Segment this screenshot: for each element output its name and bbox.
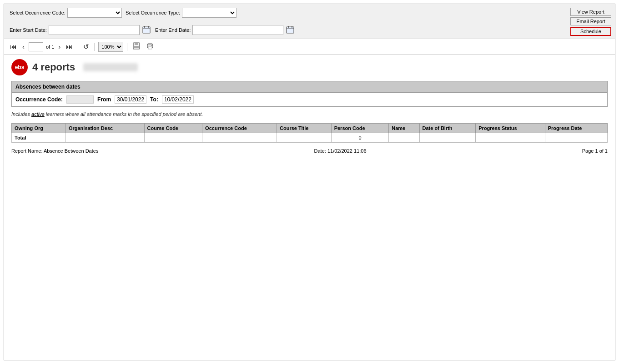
toolbar: ⏮ ‹ 1 of 1 › ⏭ ↺ 50% 75% 100% 125% 150% … <box>4 39 615 55</box>
schedule-button[interactable]: Schedule <box>570 27 611 36</box>
col-name: Name <box>389 124 419 133</box>
col-occurrence-code: Occurrence Code <box>202 124 277 133</box>
end-date-calendar-icon[interactable] <box>285 25 295 35</box>
col-course-title: Course Title <box>277 124 332 133</box>
prev-page-button[interactable]: ‹ <box>21 42 26 51</box>
table-row: Total 0 <box>12 133 608 143</box>
svg-rect-10 <box>134 46 139 48</box>
svg-rect-0 <box>143 27 150 33</box>
page-number-input[interactable]: 1 <box>29 42 43 51</box>
total-progress-date <box>545 133 607 143</box>
filter-bar: Select Occurrence Code: Select Occurrenc… <box>4 4 615 39</box>
start-date-calendar-icon[interactable] <box>141 25 151 35</box>
to-label: To: <box>150 96 158 103</box>
ebs-logo: ebs <box>11 59 28 75</box>
start-date-group: Enter Start Date: <box>10 25 151 35</box>
occurrence-code-box-label: Occurrence Code: <box>15 96 63 103</box>
footer-date: Date: 11/02/2022 11:06 <box>314 148 367 154</box>
report-note: Includes active learners where all atten… <box>11 111 608 117</box>
svg-rect-9 <box>135 43 138 45</box>
report-box: Absences between dates Occurrence Code: … <box>11 81 608 107</box>
svg-point-14 <box>151 45 152 46</box>
total-person-code: 0 <box>331 133 389 143</box>
total-occurrence-code <box>202 133 277 143</box>
first-page-button[interactable]: ⏮ <box>9 42 18 51</box>
data-table: Owning Org Organisation Desc Course Code… <box>11 123 608 143</box>
print-button[interactable] <box>145 41 156 52</box>
zoom-select[interactable]: 50% 75% 100% 125% 150% 200% <box>98 42 123 52</box>
report-footer: Report Name: Absence Between Dates Date:… <box>11 148 608 154</box>
active-link[interactable]: active <box>31 111 45 117</box>
report-header: ebs 4 reports <box>11 59 608 75</box>
col-progress-date: Progress Date <box>545 124 607 133</box>
start-date-label: Enter Start Date: <box>10 27 47 33</box>
col-owning-org: Owning Org <box>12 124 66 133</box>
svg-rect-12 <box>148 43 152 45</box>
view-report-button[interactable]: View Report <box>570 8 611 16</box>
end-date-input[interactable] <box>192 25 283 35</box>
back-button[interactable]: ↺ <box>82 42 91 51</box>
svg-rect-4 <box>287 27 294 33</box>
report-box-body: Occurrence Code: From 30/01/2022 To: 10/… <box>12 93 607 106</box>
occurrence-type-label: Select Occurrence Type: <box>126 10 180 15</box>
total-org-desc <box>65 133 144 143</box>
svg-rect-2 <box>148 26 149 28</box>
col-progress-status: Progress Status <box>476 124 545 133</box>
page-of-label: of 1 <box>46 44 54 50</box>
occurrence-code-box-value <box>66 95 94 104</box>
end-date-group: Enter End Date: <box>155 25 295 35</box>
occurrence-code-group: Select Occurrence Code: <box>10 8 122 18</box>
col-org-desc: Organisation Desc <box>65 124 144 133</box>
save-button[interactable] <box>131 41 142 52</box>
right-buttons: View Report Email Report Schedule <box>570 8 611 36</box>
content-area: ebs 4 reports Absences between dates Occ… <box>4 55 615 158</box>
last-page-button[interactable]: ⏭ <box>65 42 74 51</box>
svg-rect-1 <box>144 26 145 28</box>
occurrence-code-label: Select Occurrence Code: <box>10 10 65 15</box>
occurrence-type-group: Select Occurrence Type: <box>126 8 237 18</box>
svg-rect-13 <box>148 47 152 49</box>
total-course-code <box>144 133 202 143</box>
end-date-label: Enter End Date: <box>155 27 191 33</box>
from-label: From <box>97 96 111 103</box>
total-progress-status <box>476 133 545 143</box>
to-date-value: 10/02/2022 <box>162 95 194 104</box>
footer-page: Page 1 of 1 <box>582 148 608 154</box>
blurred-subtitle <box>83 63 138 71</box>
next-page-button[interactable]: › <box>57 42 62 51</box>
svg-rect-5 <box>288 26 289 28</box>
start-date-input[interactable] <box>49 25 140 35</box>
total-name <box>389 133 419 143</box>
footer-report-name: Report Name: Absence Between Dates <box>11 148 98 154</box>
table-header-row: Owning Org Organisation Desc Course Code… <box>12 124 608 133</box>
total-course-title <box>277 133 332 143</box>
from-date-value: 30/01/2022 <box>115 95 146 104</box>
total-dob <box>419 133 476 143</box>
svg-rect-6 <box>292 26 292 28</box>
report-title: 4 reports <box>32 61 75 73</box>
col-person-code: Person Code <box>331 124 389 133</box>
col-course-code: Course Code <box>144 124 202 133</box>
report-box-header: Absences between dates <box>12 81 607 93</box>
occurrence-code-select[interactable] <box>67 8 122 18</box>
occurrence-type-select[interactable] <box>182 8 237 18</box>
email-report-button[interactable]: Email Report <box>570 17 611 25</box>
col-dob: Date of Birth <box>419 124 476 133</box>
total-label: Total <box>12 133 66 143</box>
